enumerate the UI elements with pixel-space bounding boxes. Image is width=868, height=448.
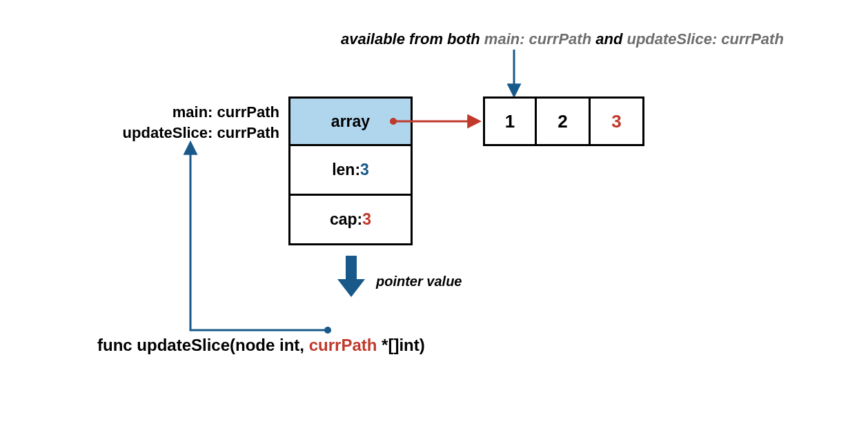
array-cell-0: 1 bbox=[483, 96, 537, 146]
variable-labels: main: currPath updateSlice: currPath bbox=[90, 102, 279, 143]
slice-cap-value: 3 bbox=[362, 210, 371, 229]
label-main-currpath: main: currPath bbox=[90, 102, 279, 123]
annotation-main-currpath: main: currPath bbox=[484, 30, 591, 48]
backing-array: 1 2 3 bbox=[483, 96, 644, 146]
top-annotation: available from both main: currPath and u… bbox=[341, 30, 784, 48]
annotation-lead: available from both bbox=[341, 30, 484, 48]
slice-array-label: array bbox=[331, 112, 370, 131]
pointer-value-label: pointer value bbox=[376, 274, 462, 289]
svg-rect-3 bbox=[346, 256, 357, 279]
arrow-slice-to-array bbox=[389, 114, 486, 131]
array-cell-2: 3 bbox=[591, 96, 644, 146]
pointer-value-arrow bbox=[336, 256, 366, 301]
arrow-annotation-to-cell bbox=[507, 50, 521, 103]
annotation-updateslice-currpath: updateSlice: currPath bbox=[627, 30, 783, 48]
annotation-and: and bbox=[591, 30, 627, 48]
slice-len-label: len: bbox=[332, 161, 360, 179]
slice-cap-label: cap: bbox=[330, 210, 362, 229]
array-cell-1: 2 bbox=[537, 96, 591, 146]
fn-post: *[]int) bbox=[377, 336, 424, 354]
svg-marker-4 bbox=[337, 279, 365, 297]
arrow-fn-to-labels bbox=[183, 138, 335, 340]
slice-len-value: 3 bbox=[360, 161, 369, 179]
